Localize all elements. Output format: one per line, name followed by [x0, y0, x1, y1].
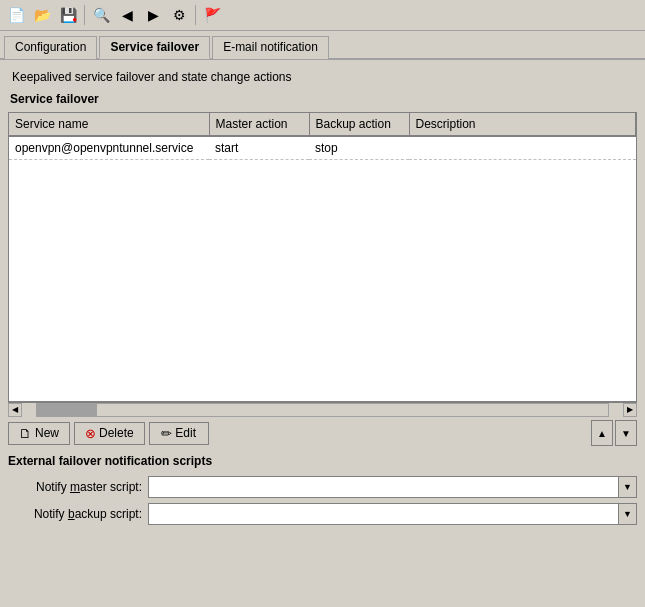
toolbar-separator-1 — [84, 5, 85, 25]
ext-failover-section: External failover notification scripts N… — [8, 454, 637, 525]
notify-backup-row: Notify backup script: ▼ — [8, 503, 637, 525]
cell-master-action: start — [209, 136, 309, 160]
main-content: Keepalived service failover and state ch… — [0, 60, 645, 536]
notify-backup-dropdown-button[interactable]: ▼ — [619, 503, 637, 525]
horizontal-scrollbar[interactable]: ◀ ▶ — [8, 402, 637, 416]
tab-service-failover[interactable]: Service failover — [99, 36, 210, 59]
tab-bar: Configuration Service failover E-mail no… — [0, 31, 645, 60]
scroll-right-button[interactable]: ▶ — [623, 403, 637, 417]
edit-button[interactable]: ✏ Edit — [149, 422, 209, 445]
new-icon: 🗋 — [19, 426, 32, 441]
search-button[interactable]: 🔍 — [89, 3, 113, 27]
scroll-thumb[interactable] — [37, 404, 97, 416]
notify-backup-label: Notify backup script: — [8, 507, 148, 521]
scroll-up-button[interactable]: ▲ — [591, 420, 613, 446]
delete-button[interactable]: ⊗ Delete — [74, 422, 145, 445]
col-header-backup-action: Backup action — [309, 113, 409, 136]
page-description: Keepalived service failover and state ch… — [8, 66, 637, 92]
notify-master-input[interactable] — [148, 476, 619, 498]
notify-master-row: Notify master script: ▼ — [8, 476, 637, 498]
notify-master-dropdown-button[interactable]: ▼ — [619, 476, 637, 498]
export-button[interactable]: 🚩 — [200, 3, 224, 27]
section-title: Service failover — [8, 92, 637, 106]
notify-backup-input[interactable] — [148, 503, 619, 525]
service-table: Service name Master action Backup action… — [9, 113, 636, 160]
table-header-row: Service name Master action Backup action… — [9, 113, 636, 136]
notify-master-control: ▼ — [148, 476, 637, 498]
scroll-track[interactable] — [36, 403, 609, 417]
delete-button-label: Delete — [99, 426, 134, 440]
notify-master-label: Notify master script: — [8, 480, 148, 494]
save-button[interactable]: 💾 ● — [56, 3, 80, 27]
scroll-down-button[interactable]: ▼ — [615, 420, 637, 446]
back-button[interactable]: ◀ — [115, 3, 139, 27]
toolbar-separator-2 — [195, 5, 196, 25]
cell-backup-action: stop — [309, 136, 409, 160]
new-button[interactable]: 🗋 New — [8, 422, 70, 445]
new-button-label: New — [35, 426, 59, 440]
action-bar: 🗋 New ⊗ Delete ✏ Edit ▲ ▼ — [8, 420, 637, 446]
table-container: Service name Master action Backup action… — [8, 112, 637, 402]
tab-configuration[interactable]: Configuration — [4, 36, 97, 59]
settings-button[interactable]: ⚙ — [167, 3, 191, 27]
tab-email-notification[interactable]: E-mail notification — [212, 36, 329, 59]
action-bar-left: 🗋 New ⊗ Delete ✏ Edit — [8, 422, 209, 445]
forward-button[interactable]: ▶ — [141, 3, 165, 27]
action-bar-right: ▲ ▼ — [591, 420, 637, 446]
open-button[interactable]: 📂 — [30, 3, 54, 27]
col-header-description: Description — [409, 113, 636, 136]
col-header-service-name: Service name — [9, 113, 209, 136]
ext-section-title: External failover notification scripts — [8, 454, 637, 468]
notify-backup-control: ▼ — [148, 503, 637, 525]
cell-description — [409, 136, 636, 160]
edit-icon: ✏ — [161, 426, 172, 441]
toolbar: 📄 📂 💾 ● 🔍 ◀ ▶ ⚙ 🚩 — [0, 0, 645, 31]
edit-button-label: Edit — [175, 426, 196, 440]
col-header-master-action: Master action — [209, 113, 309, 136]
table-row[interactable]: openvpn@openvpntunnel.service start stop — [9, 136, 636, 160]
delete-icon: ⊗ — [85, 426, 96, 441]
new-file-button[interactable]: 📄 — [4, 3, 28, 27]
cell-service-name: openvpn@openvpntunnel.service — [9, 136, 209, 160]
scroll-left-button[interactable]: ◀ — [8, 403, 22, 417]
